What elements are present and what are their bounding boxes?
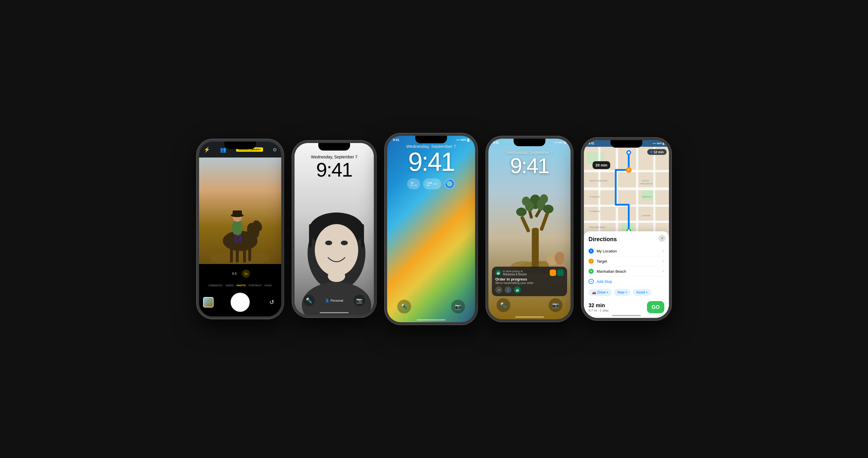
target-row: T Target ≡ [589,256,664,266]
maps-time: 9:41 [589,142,594,145]
time-button[interactable]: Now ▾ [614,289,630,296]
svg-point-73 [591,271,592,272]
svg-rect-30 [539,211,550,231]
drive-mode-button[interactable]: 🚗 Drive ▾ [589,289,612,296]
photo-thumbnail[interactable] [203,297,214,308]
phone-color-lockscreen: 9:41 ▪▪▪▪ WiFi ▓ Wednesday, September 7 … [385,134,477,324]
clock-widget: 7:29 PM NYC [423,178,441,189]
zoom-0.5-button[interactable]: 0.5 [230,269,239,278]
maps-status-icons: ▪▪▪▪ WiFi ▓ [653,142,664,145]
color-wallpaper: 9:41 ▪▪▪▪ WiFi ▓ Wednesday, September 7 … [387,136,475,322]
route-time-banner: 12 min [647,149,666,155]
widget-time-display: 7:29 PM [427,181,432,187]
route-dot [650,151,652,153]
notif-starbucks-button[interactable]: ☕ [514,286,521,293]
my-location-dot [589,249,594,254]
settings-icon[interactable]: ⊙ [273,147,277,152]
notif-location: Mariposa & Bryant [503,273,527,276]
svg-point-0 [211,253,269,264]
avoid-button[interactable]: Avoid ▾ [633,289,651,296]
notch [224,142,256,149]
portrait-mode[interactable]: PORTRAIT [249,284,261,287]
svg-text:T: T [628,169,629,172]
eta-detail: 9.7 mi · 1 stop [589,309,609,312]
notch-3 [415,136,447,143]
horse-rider-svg [211,183,269,264]
camera-bottom: ↺ [203,293,277,311]
flashlight-button[interactable]: 🔦 [303,295,315,306]
battery-joshua: ▓ [564,141,566,144]
phone-joshua-tree: 9:41 ▪▪▪▪ WiFi ▓ Wednesday, September 7 … [486,136,573,322]
avoid-label: Avoid [636,290,645,294]
flashlight-joshua-button[interactable]: 🔦 [496,298,510,312]
go-button[interactable]: GO [647,301,664,313]
svg-point-36 [516,207,527,216]
color-time-section: Wednesday, September 7 9:41 [387,142,475,175]
svg-text:T: T [591,260,592,263]
home-indicator-5 [612,315,641,316]
notch-2 [318,143,350,150]
location-icon [590,250,593,253]
camera-joshua-button[interactable]: 📷 [549,298,562,312]
maps-battery: ▓ [662,142,664,145]
svg-rect-50 [584,221,669,223]
home-indicator-3 [416,319,445,320]
color-lock-time: 9:41 [387,149,475,175]
widget-city: NYC [433,183,438,185]
svg-rect-13 [239,234,242,243]
status-time: 9:41 [393,138,399,142]
joshua-tree-svg [506,181,564,274]
target-label: Target [597,259,659,263]
zoom-1x-button[interactable]: 1x [242,269,250,278]
svg-rect-11 [232,210,242,216]
close-directions-button[interactable]: ✕ [658,235,665,242]
map-view[interactable]: T WESTCHESTER SOUTH INGLEWOOD El Segundo… [584,147,669,236]
drive-label: Drive [597,290,606,294]
activity-widget [444,178,455,189]
camera-shortcut-button[interactable]: 📷 [353,295,365,306]
svg-text:Lawndale: Lawndale [642,214,650,217]
pano-mode[interactable]: PANO [265,284,272,287]
starbucks-notification: ☕ In store pickup at Mariposa & Bryant O… [492,267,567,296]
cinematic-mode[interactable]: CINEMATIC [209,284,223,287]
joshua-time-overlay: Wednesday, September 7 9:41 [488,150,570,177]
bw-lock-time: 9:41 [294,160,374,179]
shutter-button[interactable] [231,293,249,311]
svg-point-22 [328,270,345,282]
status-icons: ▪▪▪▪ WiFi ▓ [456,138,469,142]
car-icon: 🚗 [592,290,596,294]
svg-rect-53 [636,147,638,236]
time-chevron: ▾ [625,291,627,294]
camera-color-button[interactable]: 📷 [451,299,465,314]
svg-rect-6 [243,248,246,263]
flash-icon: ⚡ [204,146,210,153]
svg-point-20 [325,240,332,245]
maps-screen: 9:41 ▪▪▪▪ WiFi ▓ [584,140,669,318]
drive-chevron: ▾ [607,291,608,294]
notif-share-button[interactable]: 👤 [505,286,512,293]
avoid-chevron: ▾ [646,291,648,294]
svg-rect-48 [584,187,669,190]
svg-rect-5 [236,248,239,263]
profile-name: Personal [331,299,343,302]
svg-text:Hawthorne: Hawthorne [642,196,652,198]
battery-icon: ▓ [467,138,469,142]
flashlight-color-button[interactable]: 🔦 [397,299,411,314]
flip-camera-button[interactable]: ↺ [267,297,277,308]
map-svg: T WESTCHESTER SOUTH INGLEWOOD El Segundo… [584,147,669,236]
photo-mode[interactable]: PHOTO [237,284,246,287]
add-stop-button[interactable]: + Add Stop [589,277,664,286]
notif-title: Order in progress [495,277,564,281]
maps-wifi: WiFi [657,142,662,145]
joshua-wallpaper: 9:41 ▪▪▪▪ WiFi ▓ Wednesday, September 7 … [488,139,570,319]
notif-pickup-label: In store pickup at [503,270,527,273]
camera-controls: 0.5 1x CINEMATIC VIDEO PHOTO PORTRAIT PA… [199,264,281,316]
notif-navigate-button[interactable]: ↗ [495,286,502,293]
bw-lock-bottom: 🔦 👤 Personal 📷 [294,295,374,306]
video-mode[interactable]: VIDEO [225,284,234,287]
manhattan-beach-dot [589,269,594,274]
drag-handle-2: ≡ [662,259,664,263]
phone-camera: ⚡ 👥 SHARED LIBRARY ⊙ [197,139,283,319]
home-indicator [226,314,255,315]
signal-icon: ▪▪▪▪ [456,138,460,141]
